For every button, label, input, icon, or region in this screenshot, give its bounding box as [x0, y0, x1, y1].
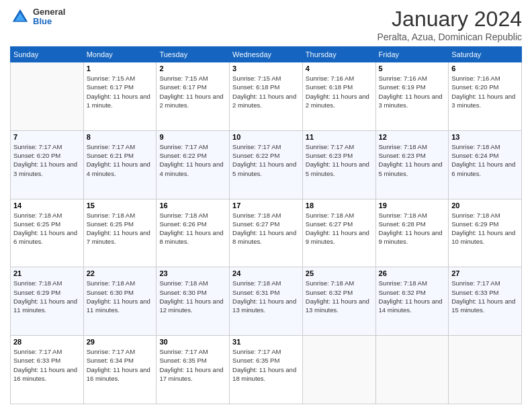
cell-day-number: 8: [87, 133, 154, 141]
calendar-cell: 15Sunrise: 7:18 AMSunset: 6:25 PMDayligh…: [83, 199, 157, 267]
weekday-header-sunday: Sunday: [11, 47, 84, 62]
logo-icon: [10, 7, 30, 27]
calendar-cell: 21Sunrise: 7:18 AMSunset: 6:29 PMDayligh…: [11, 267, 84, 336]
calendar-cell: 12Sunrise: 7:18 AMSunset: 6:23 PMDayligh…: [375, 130, 449, 199]
calendar-cell: 31Sunrise: 7:17 AMSunset: 6:35 PMDayligh…: [230, 336, 303, 404]
calendar-cell: 29Sunrise: 7:17 AMSunset: 6:34 PMDayligh…: [83, 336, 157, 404]
cell-day-number: 30: [159, 338, 226, 346]
logo-text: General Blue: [33, 7, 65, 27]
calendar-cell: 27Sunrise: 7:17 AMSunset: 6:33 PMDayligh…: [449, 267, 522, 336]
cell-info: Sunrise: 7:18 AMSunset: 6:23 PMDaylight:…: [379, 142, 446, 178]
month-title: January 2024: [377, 7, 522, 32]
calendar-cell: [449, 336, 522, 404]
calendar-cell: 2Sunrise: 7:15 AMSunset: 6:17 PMDaylight…: [157, 62, 230, 131]
cell-info: Sunrise: 7:15 AMSunset: 6:17 PMDaylight:…: [159, 74, 226, 109]
cell-info: Sunrise: 7:17 AMSunset: 6:35 PMDaylight:…: [232, 347, 300, 383]
cell-info: Sunrise: 7:17 AMSunset: 6:20 PMDaylight:…: [13, 142, 81, 178]
calendar-cell: 17Sunrise: 7:18 AMSunset: 6:27 PMDayligh…: [230, 199, 303, 267]
weekday-header-thursday: Thursday: [302, 47, 375, 62]
title-block: January 2024 Peralta, Azua, Dominican Re…: [377, 7, 522, 42]
weekday-header-wednesday: Wednesday: [230, 47, 303, 62]
calendar-cell: [11, 62, 84, 131]
week-row-4: 21Sunrise: 7:18 AMSunset: 6:29 PMDayligh…: [11, 267, 522, 336]
week-row-2: 7Sunrise: 7:17 AMSunset: 6:20 PMDaylight…: [11, 130, 522, 199]
calendar-cell: 1Sunrise: 7:15 AMSunset: 6:17 PMDaylight…: [83, 62, 157, 131]
cell-info: Sunrise: 7:16 AMSunset: 6:18 PMDaylight:…: [306, 74, 373, 109]
cell-day-number: 24: [232, 269, 300, 277]
cell-day-number: 23: [159, 269, 226, 277]
calendar-cell: [302, 336, 375, 404]
calendar-cell: 18Sunrise: 7:18 AMSunset: 6:27 PMDayligh…: [302, 199, 375, 267]
cell-info: Sunrise: 7:17 AMSunset: 6:33 PMDaylight:…: [451, 279, 519, 314]
cell-info: Sunrise: 7:18 AMSunset: 6:25 PMDaylight:…: [13, 211, 81, 246]
logo-general: General: [33, 7, 65, 17]
logo: General Blue: [10, 7, 65, 27]
calendar-cell: 11Sunrise: 7:17 AMSunset: 6:23 PMDayligh…: [302, 130, 375, 199]
cell-info: Sunrise: 7:18 AMSunset: 6:26 PMDaylight:…: [159, 211, 226, 246]
weekday-header-tuesday: Tuesday: [157, 47, 230, 62]
calendar-cell: 14Sunrise: 7:18 AMSunset: 6:25 PMDayligh…: [11, 199, 84, 267]
cell-day-number: 2: [159, 64, 226, 73]
cell-day-number: 27: [451, 269, 519, 277]
calendar-cell: 7Sunrise: 7:17 AMSunset: 6:20 PMDaylight…: [11, 130, 84, 199]
calendar-cell: 5Sunrise: 7:16 AMSunset: 6:19 PMDaylight…: [375, 62, 449, 131]
cell-info: Sunrise: 7:15 AMSunset: 6:17 PMDaylight:…: [87, 74, 154, 109]
calendar-cell: 19Sunrise: 7:18 AMSunset: 6:28 PMDayligh…: [375, 199, 449, 267]
calendar-cell: 28Sunrise: 7:17 AMSunset: 6:33 PMDayligh…: [11, 336, 84, 404]
cell-info: Sunrise: 7:18 AMSunset: 6:29 PMDaylight:…: [13, 279, 81, 314]
page: General Blue January 2024 Peralta, Azua,…: [0, 0, 532, 411]
cell-day-number: 22: [87, 269, 154, 277]
cell-info: Sunrise: 7:18 AMSunset: 6:30 PMDaylight:…: [159, 279, 226, 314]
cell-day-number: 4: [306, 64, 373, 73]
cell-info: Sunrise: 7:18 AMSunset: 6:32 PMDaylight:…: [306, 279, 373, 314]
cell-info: Sunrise: 7:18 AMSunset: 6:24 PMDaylight:…: [451, 142, 519, 178]
cell-info: Sunrise: 7:17 AMSunset: 6:22 PMDaylight:…: [159, 142, 226, 178]
cell-info: Sunrise: 7:18 AMSunset: 6:30 PMDaylight:…: [87, 279, 154, 314]
cell-day-number: 9: [159, 133, 226, 141]
cell-day-number: 19: [379, 201, 446, 210]
calendar-cell: 3Sunrise: 7:15 AMSunset: 6:18 PMDaylight…: [230, 62, 303, 131]
cell-day-number: 16: [159, 201, 226, 210]
weekday-header-monday: Monday: [83, 47, 157, 62]
cell-info: Sunrise: 7:18 AMSunset: 6:25 PMDaylight:…: [87, 211, 154, 246]
cell-day-number: 28: [13, 338, 81, 346]
week-row-3: 14Sunrise: 7:18 AMSunset: 6:25 PMDayligh…: [11, 199, 522, 267]
cell-day-number: 3: [232, 64, 300, 73]
calendar-cell: 4Sunrise: 7:16 AMSunset: 6:18 PMDaylight…: [302, 62, 375, 131]
calendar-cell: 16Sunrise: 7:18 AMSunset: 6:26 PMDayligh…: [157, 199, 230, 267]
calendar-cell: 23Sunrise: 7:18 AMSunset: 6:30 PMDayligh…: [157, 267, 230, 336]
calendar-cell: [375, 336, 449, 404]
location: Peralta, Azua, Dominican Republic: [377, 32, 522, 42]
cell-day-number: 20: [451, 201, 519, 210]
cell-info: Sunrise: 7:17 AMSunset: 6:23 PMDaylight:…: [306, 142, 373, 178]
week-row-5: 28Sunrise: 7:17 AMSunset: 6:33 PMDayligh…: [11, 336, 522, 404]
logo-blue: Blue: [33, 17, 65, 26]
cell-day-number: 21: [13, 269, 81, 277]
cell-day-number: 15: [87, 201, 154, 210]
cell-day-number: 14: [13, 201, 81, 210]
week-row-1: 1Sunrise: 7:15 AMSunset: 6:17 PMDaylight…: [11, 62, 522, 131]
cell-info: Sunrise: 7:18 AMSunset: 6:31 PMDaylight:…: [232, 279, 300, 314]
calendar-cell: 20Sunrise: 7:18 AMSunset: 6:29 PMDayligh…: [449, 199, 522, 267]
cell-info: Sunrise: 7:18 AMSunset: 6:28 PMDaylight:…: [379, 211, 446, 246]
weekday-header-row: SundayMondayTuesdayWednesdayThursdayFrid…: [11, 47, 522, 62]
calendar-cell: 22Sunrise: 7:18 AMSunset: 6:30 PMDayligh…: [83, 267, 157, 336]
cell-day-number: 29: [87, 338, 154, 346]
cell-day-number: 26: [379, 269, 446, 277]
weekday-header-saturday: Saturday: [449, 47, 522, 62]
cell-day-number: 18: [306, 201, 373, 210]
cell-day-number: 11: [306, 133, 373, 141]
calendar-cell: 30Sunrise: 7:17 AMSunset: 6:35 PMDayligh…: [157, 336, 230, 404]
calendar-cell: 24Sunrise: 7:18 AMSunset: 6:31 PMDayligh…: [230, 267, 303, 336]
calendar-cell: 8Sunrise: 7:17 AMSunset: 6:21 PMDaylight…: [83, 130, 157, 199]
cell-info: Sunrise: 7:17 AMSunset: 6:33 PMDaylight:…: [13, 347, 81, 383]
calendar-cell: 6Sunrise: 7:16 AMSunset: 6:20 PMDaylight…: [449, 62, 522, 131]
cell-info: Sunrise: 7:18 AMSunset: 6:27 PMDaylight:…: [232, 211, 300, 246]
cell-day-number: 5: [379, 64, 446, 73]
cell-day-number: 1: [87, 64, 154, 73]
cell-info: Sunrise: 7:18 AMSunset: 6:29 PMDaylight:…: [451, 211, 519, 246]
cell-info: Sunrise: 7:16 AMSunset: 6:20 PMDaylight:…: [451, 74, 519, 109]
cell-info: Sunrise: 7:18 AMSunset: 6:32 PMDaylight:…: [379, 279, 446, 314]
calendar-table: SundayMondayTuesdayWednesdayThursdayFrid…: [10, 46, 522, 404]
cell-day-number: 12: [379, 133, 446, 141]
